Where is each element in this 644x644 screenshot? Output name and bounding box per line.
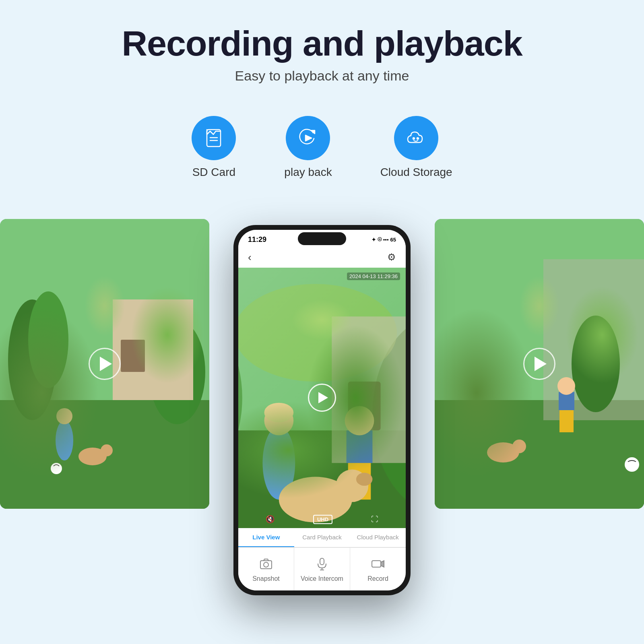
svg-marker-4 [305,135,312,141]
svg-point-43 [336,469,368,502]
settings-button[interactable]: ⚙ [387,252,396,263]
mic-icon [315,557,329,571]
phone-screen: 11:29 ✦ ⦾ ▪▪▪ 65 ‹ ⚙ [238,230,406,590]
feature-cloud: Cloud Storage [380,116,452,179]
svg-rect-35 [348,382,381,430]
sd-card-icon-circle [192,116,236,160]
tab-card-playback[interactable]: Card Playback [294,528,350,547]
right-side-image [435,219,644,509]
svg-point-6 [417,138,419,139]
svg-point-28 [625,457,639,472]
svg-rect-24 [559,392,574,410]
feature-playback: play back [284,116,332,179]
svg-point-36 [262,426,295,500]
svg-point-26 [487,442,519,462]
timestamp: 2024 04-13 11:29:36 [347,272,400,280]
play-button[interactable] [308,384,336,412]
svg-point-22 [572,316,620,412]
voice-intercom-label: Voice Intercom [301,575,343,582]
phone-area: 11:29 ✦ ⦾ ▪▪▪ 65 ‹ ⚙ [0,199,644,621]
svg-rect-21 [543,259,644,420]
signal-icon: ▪▪▪ [383,237,389,243]
dynamic-island [298,232,346,245]
svg-point-41 [345,406,374,436]
header-section: Recording and playback Easy to playback … [122,0,522,84]
features-row: SD Card play back Cloud Storage [192,116,452,179]
tab-cloud-playback[interactable]: Cloud Playback [350,528,406,547]
svg-point-10 [28,291,68,388]
status-icons: ✦ ⦾ ▪▪▪ 65 [372,236,396,243]
svg-point-11 [149,320,205,424]
right-play-triangle [535,357,547,371]
svg-point-16 [78,448,107,465]
svg-point-9 [8,299,56,420]
tab-live-view[interactable]: Live View [238,528,294,547]
svg-rect-12 [113,299,193,400]
bluetooth-icon: ✦ [372,237,376,243]
snapshot-button[interactable]: Snapshot [238,548,294,590]
left-garden-bg [0,219,209,509]
svg-rect-50 [372,561,381,567]
svg-rect-39 [348,459,371,500]
camera-view: 2024 04-13 11:29:36 🔇 UHD ⛶ [238,268,406,528]
camera-icon [259,557,273,571]
svg-rect-40 [347,430,373,463]
right-play-button[interactable] [523,348,555,380]
playback-label: play back [284,166,332,179]
left-play-triangle [100,357,112,371]
svg-point-44 [356,473,372,485]
svg-point-14 [56,420,73,460]
voice-intercom-button[interactable]: Voice Intercom [294,548,350,590]
left-side-image [0,219,209,509]
svg-rect-8 [0,400,209,509]
bottom-buttons: Snapshot Voice Intercom [238,547,406,590]
feature-sd-card: SD Card [192,116,236,179]
svg-rect-20 [435,400,644,509]
page-subtitle: Easy to playback at any time [122,68,522,84]
svg-point-33 [238,284,397,382]
svg-point-37 [264,406,293,436]
status-time: 11:29 [248,235,266,244]
svg-point-38 [264,402,293,422]
camera-controls: 🔇 UHD ⛶ [238,515,406,524]
cloud-icon [405,126,428,150]
svg-point-31 [238,316,242,479]
phone-frame: 11:29 ✦ ⦾ ▪▪▪ 65 ‹ ⚙ [233,225,411,595]
left-play-button[interactable] [89,348,121,380]
tabs-bar: Live View Card Playback Cloud Playback [238,528,406,547]
svg-point-5 [413,138,415,139]
svg-point-18 [51,463,62,474]
record-icon [371,557,385,571]
svg-rect-13 [121,340,145,372]
fullscreen-button[interactable]: ⛶ [371,515,378,524]
svg-point-17 [101,444,113,456]
playback-icon [296,126,320,150]
playback-icon-circle [286,116,330,160]
sd-card-label: SD Card [192,166,235,179]
svg-point-15 [56,408,72,424]
play-triangle-icon [318,392,328,403]
nav-bar: ‹ ⚙ [238,247,406,268]
mute-button[interactable]: 🔇 [266,515,275,524]
back-button[interactable]: ‹ [248,251,252,264]
battery-icon: 65 [390,237,396,243]
svg-rect-34 [332,316,406,463]
page-title: Recording and playback [122,24,522,63]
svg-point-27 [512,440,526,453]
svg-point-25 [557,377,575,395]
sd-card-icon [202,126,225,150]
quality-badge: UHD [313,515,332,524]
svg-point-32 [372,316,406,512]
svg-point-46 [264,562,268,567]
svg-rect-30 [238,430,406,528]
record-button[interactable]: Record [350,548,406,590]
svg-rect-47 [320,558,324,565]
wifi-icon: ⦾ [378,236,382,243]
cloud-icon-circle [394,116,438,160]
cloud-label: Cloud Storage [380,166,452,179]
right-garden-bg [435,219,644,509]
svg-marker-51 [381,561,384,567]
svg-rect-23 [559,408,574,432]
record-label: Record [367,575,388,582]
snapshot-label: Snapshot [252,575,280,582]
